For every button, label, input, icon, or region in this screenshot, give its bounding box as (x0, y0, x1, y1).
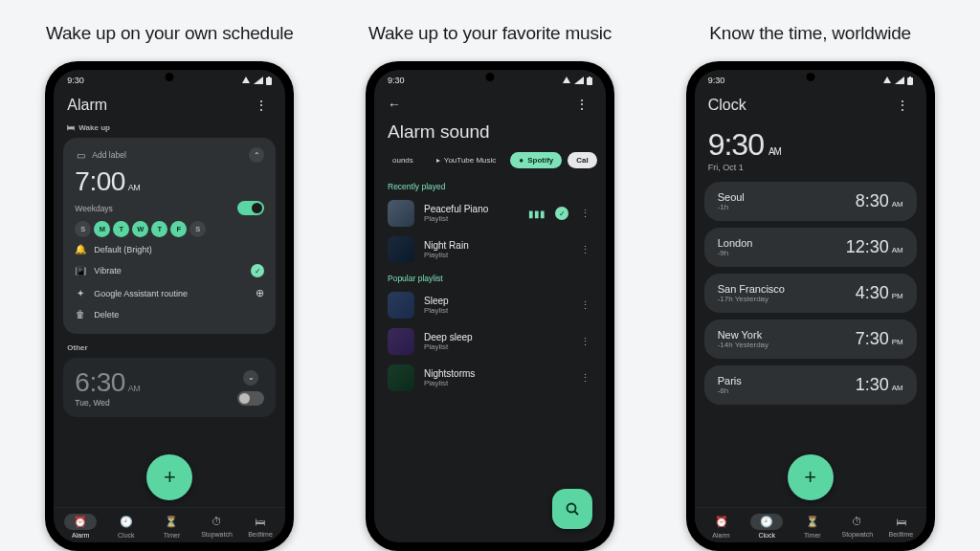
add-label[interactable]: Add label (92, 150, 125, 160)
track-pop-0[interactable]: SleepPlaylist ⋮ (374, 287, 606, 323)
track-recent-0[interactable]: Peaceful PianoPlaylist ▮▮▮ ✓ ⋮ (374, 195, 606, 231)
svg-line-5 (575, 512, 579, 516)
status-time: 9:30 (708, 76, 725, 85)
track-more-icon[interactable]: ⋮ (578, 299, 592, 312)
add-alarm-fab[interactable]: + (146, 454, 192, 500)
more-icon[interactable]: ⋮ (892, 98, 913, 113)
weekdays-label: Weekdays (75, 204, 113, 213)
svg-rect-6 (907, 77, 913, 85)
add-city-fab[interactable]: + (788, 454, 834, 500)
delete-row[interactable]: 🗑Delete (75, 304, 264, 324)
svg-rect-3 (589, 77, 590, 77)
timer-icon: ⏳ (806, 516, 819, 527)
screen-title: Alarm (67, 97, 251, 114)
timer-icon: ⏳ (165, 516, 178, 527)
album-art (388, 236, 414, 263)
nav-bedtime[interactable]: 🛏Bedtime (245, 514, 275, 539)
nav-stopwatch[interactable]: ⏱Stopwatch (201, 514, 233, 539)
status-icons (562, 77, 592, 85)
collapse-icon[interactable]: ⌃ (249, 147, 264, 163)
album-art (388, 328, 414, 355)
nav-timer[interactable]: ⏳Timer (155, 514, 188, 539)
day-t2[interactable]: T (151, 221, 167, 237)
alarm-icon: ⏰ (74, 516, 87, 527)
day-w[interactable]: W (132, 221, 148, 237)
city-row-1[interactable]: London-9h 12:30AM (704, 228, 917, 267)
more-icon[interactable]: ⋮ (251, 98, 272, 113)
alarm2-toggle[interactable] (237, 391, 264, 406)
camera-hole (486, 73, 495, 81)
nav-timer[interactable]: ⏳Timer (796, 514, 829, 539)
alarm2-days: Tue, Wed (75, 398, 140, 408)
bell-icon: 🔔 (75, 244, 86, 254)
track-more-icon[interactable]: ⋮ (578, 336, 592, 348)
day-m[interactable]: M (94, 221, 110, 237)
equalizer-icon: ▮▮▮ (528, 209, 546, 219)
camera-hole (806, 73, 814, 81)
city-row-2[interactable]: San Francisco-17h Yesterday 4:30PM (704, 274, 917, 313)
nav-clock[interactable]: 🕘Clock (110, 514, 143, 539)
alarm2-time: 6:30AM (75, 367, 140, 397)
city-row-4[interactable]: Paris-8h 1:30AM (704, 365, 917, 405)
day-t[interactable]: T (113, 221, 129, 237)
day-f[interactable]: F (170, 221, 187, 237)
alarm-time[interactable]: 7:00AM (75, 166, 140, 197)
nav-stopwatch[interactable]: ⏱Stopwatch (841, 514, 873, 539)
svg-rect-1 (268, 77, 270, 77)
bottom-nav: ⏰Alarm 🕘Clock ⏳Timer ⏱Stopwatch 🛏Bedtime (695, 507, 926, 542)
phone-frame-2: 9:30 ← ⋮ Alarm sound ounds ▸YouTube Musi… (366, 61, 614, 551)
svg-rect-2 (587, 77, 592, 85)
stopwatch-icon: ⏱ (212, 516, 222, 527)
chip-youtube[interactable]: ▸YouTube Music (428, 152, 505, 168)
back-icon[interactable]: ← (388, 97, 411, 112)
status-icons (241, 77, 272, 85)
album-art (388, 292, 414, 319)
section-other: Other (63, 340, 276, 352)
city-row-3[interactable]: New York-14h Yesterday 7:30PM (704, 320, 917, 359)
bed-icon: 🛏 (67, 123, 75, 132)
track-pop-1[interactable]: Deep sleepPlaylist ⋮ (374, 323, 606, 360)
screen-title: Alarm sound (388, 121, 490, 142)
check-icon: ✓ (251, 264, 264, 277)
track-more-icon[interactable]: ⋮ (578, 372, 592, 385)
day-s2[interactable]: S (189, 221, 206, 237)
chip-sounds[interactable]: ounds (384, 152, 422, 168)
album-art (388, 200, 414, 227)
track-recent-1[interactable]: Night RainPlaylist ⋮ (374, 231, 606, 268)
spotify-icon: ● (519, 156, 523, 165)
caption-1: Wake up on your own schedule (46, 23, 294, 44)
track-pop-2[interactable]: NightstormsPlaylist ⋮ (374, 360, 606, 396)
section-popular: Popular playlist (374, 268, 606, 287)
status-time: 9:30 (67, 76, 84, 85)
svg-rect-0 (266, 77, 272, 85)
chip-spotify[interactable]: ●Spotify (510, 152, 562, 168)
plus-icon: ⊕ (256, 287, 264, 299)
nav-clock[interactable]: 🕘Clock (750, 514, 783, 539)
clock-icon: 🕘 (760, 516, 773, 527)
vibrate-row[interactable]: 📳Vibrate✓ (75, 259, 264, 282)
alarm-icon: ⏰ (715, 516, 728, 527)
track-more-icon[interactable]: ⋮ (578, 244, 592, 256)
search-fab[interactable] (552, 489, 592, 529)
source-chips: ounds ▸YouTube Music ●Spotify Cal (374, 148, 606, 176)
caption-3: Know the time, worldwide (709, 23, 911, 44)
expand-icon[interactable]: ⌄ (243, 370, 258, 386)
alarm-toggle[interactable] (237, 201, 264, 215)
day-picker[interactable]: S M T W T F S (75, 221, 264, 237)
assistant-row[interactable]: ✦Google Assistant routine⊕ (75, 282, 264, 304)
nav-alarm[interactable]: ⏰Alarm (705, 514, 738, 539)
bedtime-icon: 🛏 (255, 516, 265, 527)
alarm-card-collapsed[interactable]: 6:30AM Tue, Wed ⌄ (63, 358, 276, 417)
chip-calm[interactable]: Cal (568, 152, 596, 168)
track-more-icon[interactable]: ⋮ (578, 208, 592, 220)
section-recent: Recently played (374, 176, 606, 195)
selected-icon: ✓ (555, 207, 568, 220)
nav-alarm[interactable]: ⏰Alarm (64, 514, 97, 539)
alarm-card-expanded[interactable]: ▭ Add label ⌃ 7:00AM Weekdays S M (63, 138, 276, 334)
city-row-0[interactable]: Seoul-1h 8:30AM (704, 182, 917, 221)
more-icon[interactable]: ⋮ (571, 97, 592, 112)
alarm-sound-row[interactable]: 🔔Default (Bright) (75, 239, 264, 259)
nav-bedtime[interactable]: 🛏Bedtime (886, 514, 916, 539)
status-icons (882, 77, 913, 85)
day-s[interactable]: S (75, 221, 91, 237)
